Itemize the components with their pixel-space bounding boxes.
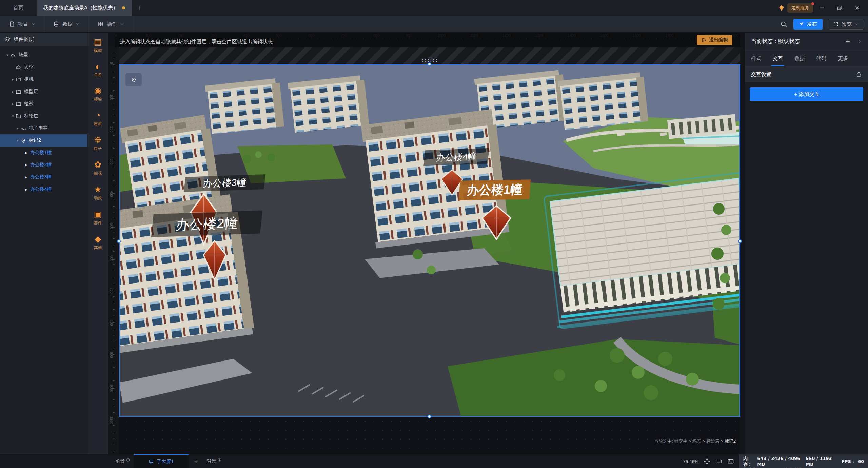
- fullscreen-icon: [833, 22, 839, 27]
- tree-item[interactable]: ▸模型层: [0, 85, 87, 98]
- memory-value: 643 / 3426 / 4096 MB: [757, 455, 803, 467]
- toolbar-menu[interactable]: 项目: [0, 16, 44, 32]
- foreground-button[interactable]: 前景: [112, 454, 134, 468]
- selection-handle-top[interactable]: [428, 62, 431, 66]
- expand-arrow-icon[interactable]: ▾: [15, 138, 20, 143]
- fit-view-icon[interactable]: [704, 458, 710, 465]
- screen-tabs: 前景 子大屏1 + 背景: [112, 454, 225, 468]
- preview-button[interactable]: 预览: [829, 19, 863, 30]
- main-toolbar: 项目数据操作 发布 预览: [0, 16, 868, 33]
- exit-edit-button[interactable]: 退出编辑: [697, 35, 732, 45]
- tab-home[interactable]: 首页: [0, 0, 37, 16]
- tab-active-label: 我的建筑底座场景A（性能优先）: [43, 5, 118, 11]
- rail-item-icon: ◔: [95, 111, 100, 120]
- vertical-ruler: 010020030040050060070080090010001100: [108, 47, 115, 454]
- rail-item-动效[interactable]: ★动效: [94, 185, 102, 201]
- panel-tab[interactable]: 数据: [794, 51, 805, 66]
- publish-button[interactable]: 发布: [793, 19, 823, 30]
- tree-item-link[interactable]: ●办公楼1幢: [0, 147, 87, 159]
- scene-canvas[interactable]: [108, 33, 745, 454]
- pin-icon: [131, 77, 137, 83]
- tree-item-link[interactable]: ●办公楼2幢: [0, 159, 87, 171]
- chevron-down-icon: [76, 22, 80, 26]
- panel-tab[interactable]: 交互: [773, 51, 783, 66]
- tree-item-link[interactable]: ●办公楼3幢: [0, 171, 87, 183]
- plus-icon: [137, 5, 142, 11]
- panel-tabs: 样式交互数据代码更多: [745, 51, 868, 66]
- rail-item-粒子[interactable]: ❉粒子: [94, 135, 102, 152]
- properties-panel: 当前状态：默认状态 样式交互数据代码更多 交互设置 ＋添加交互: [745, 33, 868, 454]
- rail-item-材质[interactable]: ◔材质: [94, 111, 102, 127]
- rail-item-模型[interactable]: ▤模型: [94, 37, 102, 54]
- keyboard-shortcuts-icon[interactable]: [715, 458, 722, 465]
- add-state-icon[interactable]: [845, 39, 851, 44]
- memory-extra: 550 / 1193 MB: [806, 455, 837, 467]
- tree-item[interactable]: 天空: [0, 61, 87, 73]
- add-interaction-button[interactable]: ＋添加交互: [750, 87, 863, 101]
- tree-item[interactable]: ▸电子围栏: [0, 122, 87, 134]
- selection-handle-bottom[interactable]: [428, 415, 431, 418]
- custom-service-button[interactable]: 定制服务: [787, 3, 813, 13]
- layers-icon: [4, 36, 11, 42]
- console-icon[interactable]: [727, 458, 734, 465]
- search-icon[interactable]: [780, 21, 787, 28]
- rail-item-icon: ▣: [94, 210, 102, 219]
- tree-item[interactable]: ▸植被: [0, 98, 87, 110]
- performance-stats: 内存： 643 / 3426 / 4096 MB 550 / 1193 MB F…: [739, 454, 868, 468]
- paper-plane-icon: [799, 21, 804, 27]
- building-label[interactable]: 办公楼2幢: [151, 210, 263, 237]
- building-label[interactable]: 办公楼1幢: [459, 179, 531, 200]
- tree-item[interactable]: ▾标记2: [0, 134, 87, 147]
- tree-item-label: 标绘层: [24, 113, 38, 119]
- screen-tab-active[interactable]: 子大屏1: [134, 454, 189, 468]
- circle-plus-icon[interactable]: [217, 457, 222, 462]
- building-label[interactable]: 办公楼4幢: [423, 148, 489, 166]
- expand-arrow-icon[interactable]: ▸: [10, 77, 16, 82]
- preview-label: 预览: [842, 21, 852, 27]
- restore-button[interactable]: [831, 0, 848, 16]
- expand-arrow-icon[interactable]: ▸: [10, 102, 16, 106]
- expand-arrow-icon[interactable]: ▸: [15, 126, 20, 131]
- circle-plus-icon[interactable]: [126, 457, 130, 462]
- marker-tool-button[interactable]: [125, 73, 142, 86]
- panel-tab[interactable]: 代码: [816, 51, 826, 66]
- tree-item-link[interactable]: ●办公楼4幢: [0, 183, 87, 195]
- chevron-down-icon: [855, 22, 859, 26]
- rail-item-贴花[interactable]: ✿贴花: [94, 160, 102, 176]
- selection-handle-right[interactable]: [738, 239, 742, 243]
- rail-item-icon: ◉: [94, 86, 102, 95]
- tree-item-label: 模型层: [24, 89, 38, 95]
- tree-item[interactable]: ▾标绘层: [0, 110, 87, 122]
- expand-arrow-icon[interactable]: ▸: [10, 90, 16, 94]
- rail-item-icon: ◐: [95, 62, 100, 71]
- close-button[interactable]: [848, 0, 866, 16]
- expand-states-icon[interactable]: [857, 39, 862, 44]
- tree-item[interactable]: ▾场景: [0, 49, 87, 61]
- rail-item-套件[interactable]: ▣套件: [94, 210, 102, 226]
- toolbar-menu[interactable]: 操作: [89, 16, 133, 32]
- rail-item-GIS[interactable]: ◐GIS: [94, 62, 101, 77]
- background-button[interactable]: 背景: [203, 454, 225, 468]
- new-tab-button[interactable]: [132, 0, 147, 16]
- selection-handle-left[interactable]: [117, 239, 121, 243]
- panel-tab[interactable]: 更多: [838, 51, 848, 66]
- building-label[interactable]: 办公楼3幢: [184, 174, 265, 192]
- lock-icon[interactable]: [856, 71, 862, 77]
- zoom-level[interactable]: 76.46%: [683, 459, 698, 464]
- add-screen-button[interactable]: +: [189, 454, 203, 468]
- rail-item-其他[interactable]: ◆其他: [94, 234, 102, 251]
- minimize-button[interactable]: [813, 0, 831, 16]
- chevron-down-icon: [31, 22, 35, 26]
- folder-icon: [16, 113, 21, 119]
- toolbar-menu-label: 项目: [18, 21, 28, 27]
- editor-canvas[interactable]: 办公楼3幢办公楼2幢办公楼4幢办公楼1幢 0100200300400500600…: [108, 33, 745, 454]
- expand-arrow-icon[interactable]: ▾: [10, 114, 16, 118]
- drag-handle[interactable]: [421, 58, 438, 62]
- rail-item-标绘[interactable]: ◉标绘: [94, 86, 102, 102]
- layers-sidebar: 组件图层 ▾场景天空▸相机▸模型层▸植被▾标绘层▸电子围栏▾标记2●办公楼1幢●…: [0, 33, 87, 454]
- panel-tab[interactable]: 样式: [751, 51, 761, 66]
- toolbar-menu[interactable]: 数据: [44, 16, 89, 32]
- tab-active-scene[interactable]: 我的建筑底座场景A（性能优先）: [37, 0, 132, 16]
- tree-item[interactable]: ▸相机: [0, 73, 87, 85]
- expand-arrow-icon[interactable]: ▾: [5, 53, 10, 57]
